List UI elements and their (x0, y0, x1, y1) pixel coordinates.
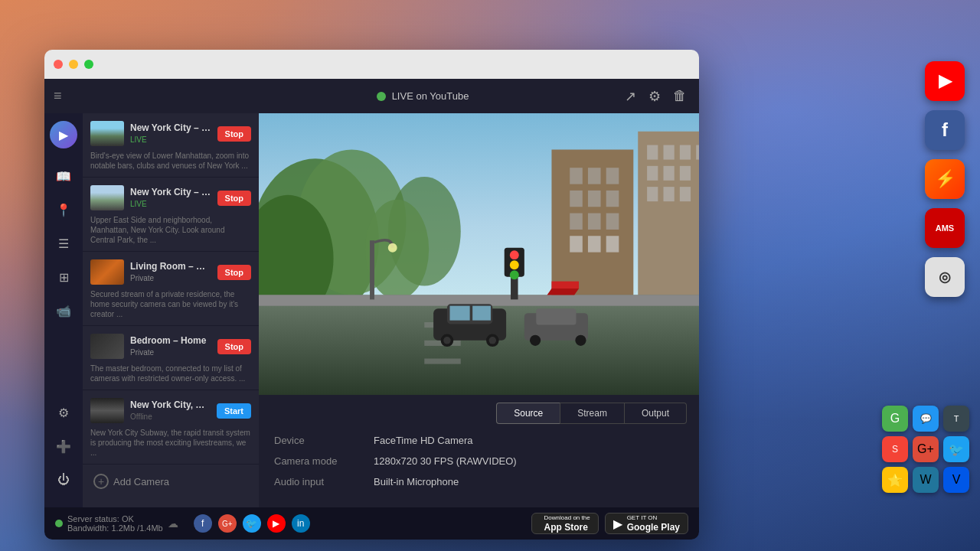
sidebar-item-video[interactable]: 📹 (50, 297, 77, 324)
svg-rect-16 (570, 236, 583, 252)
settings-icon[interactable]: ⚙ (648, 88, 661, 105)
camera-stop-btn-1[interactable]: Stop (217, 126, 251, 142)
mini-icon-6[interactable]: 🐦 (943, 436, 969, 462)
camera-thumb-1 (90, 121, 124, 146)
camera-thumb-5 (90, 398, 124, 423)
minimize-button[interactable] (69, 60, 78, 69)
toolbar-actions: ↗ ⚙ 🗑 (625, 88, 699, 105)
camera-item-nyc-birds-eye[interactable]: New York City – Birds Eye LIVE Stop Bird… (83, 113, 259, 178)
svg-point-50 (510, 260, 519, 269)
delete-icon[interactable]: 🗑 (673, 88, 687, 104)
camera-info-4: Bedroom – Home Private (130, 335, 211, 358)
source-tabs-row: Source Stream Output (259, 395, 699, 424)
location-icon: 📍 (56, 203, 71, 217)
camera-start-btn-5[interactable]: Start (217, 403, 251, 419)
mini-icon-3[interactable]: T (943, 406, 969, 432)
svg-point-46 (575, 335, 586, 346)
apple-app-store-badge[interactable]: Download on the App Store (531, 513, 599, 534)
camera-item-bedroom[interactable]: Bedroom – Home Private Stop The master b… (83, 326, 259, 390)
video-icon: 📹 (56, 304, 71, 318)
svg-rect-22 (680, 145, 691, 160)
svg-rect-8 (588, 168, 601, 184)
grid-icon: ⊞ (59, 270, 69, 285)
svg-rect-24 (647, 166, 658, 181)
server-status: Server status: OK Bandwidth: 1.2Mb /1.4M… (55, 514, 163, 533)
camera-item-subway[interactable]: New York City, Subway Offline Start New … (83, 390, 259, 465)
device-info-panel: Device FaceTime HD Camera Camera mode 12… (259, 424, 699, 507)
svg-rect-23 (696, 145, 699, 160)
sidebar-item-book[interactable]: 📖 (50, 162, 77, 190)
mini-icon-7[interactable]: ⭐ (882, 467, 908, 493)
camera-stop-btn-2[interactable]: Stop (217, 191, 251, 206)
sidebar-navigation: ▶ 📖 📍 ☰ ⊞ 📹 ⚙ (44, 113, 83, 507)
maximize-button[interactable] (84, 60, 93, 69)
footer-gplus-icon[interactable]: G+ (218, 514, 237, 533)
footer-linkedin-icon[interactable]: in (292, 514, 310, 533)
add-camera-label: Add Camera (113, 476, 169, 487)
footer-twitter-icon[interactable]: 🐦 (243, 514, 261, 533)
camera-item-living-room[interactable]: Living Room – Home Private Stop Secured … (83, 252, 259, 326)
mini-icon-1[interactable]: G (882, 406, 908, 432)
tab-output[interactable]: Output (625, 403, 687, 424)
facebook-desktop-icon[interactable]: f (925, 110, 965, 150)
svg-rect-20 (647, 145, 658, 160)
camera-item-nyc-ues[interactable]: New York City – UES LIVE Stop Upper East… (83, 178, 259, 252)
sidebar-item-settings[interactable]: ⚙ (50, 399, 77, 426)
camera-name-1: New York City – Birds Eye (130, 122, 211, 133)
footer-facebook-icon[interactable]: f (194, 514, 212, 533)
footer-social-icons: f G+ 🐦 ▶ in (194, 514, 310, 533)
svg-rect-26 (680, 166, 691, 181)
ams-desktop-icon[interactable]: AMS (925, 208, 965, 248)
top-navigation-bar: ≡ LIVE on YouTube ↗ ⚙ 🗑 (44, 79, 699, 113)
sniper-icon: ◎ (939, 269, 951, 285)
svg-rect-25 (663, 166, 674, 181)
svg-rect-15 (606, 214, 619, 230)
book-icon: 📖 (56, 169, 71, 184)
live-status-section: LIVE on YouTube (220, 90, 625, 102)
camera-desc-4: The master bedroom, connected to my list… (90, 364, 251, 383)
close-button[interactable] (54, 60, 63, 69)
audio-input-value: Built-in Microphone (374, 476, 459, 487)
camera-name-5: New York City, Subway (130, 399, 211, 410)
svg-rect-34 (424, 359, 460, 364)
server-status-text: Server status: OK Bandwidth: 1.2Mb /1.4M… (67, 514, 163, 533)
mini-icon-8[interactable]: W (913, 467, 939, 493)
mini-icon-2[interactable]: 💬 (913, 406, 939, 432)
add-camera-button[interactable]: + Add Camera (83, 465, 259, 498)
device-value: FaceTime HD Camera (374, 435, 473, 446)
mini-icon-5[interactable]: G+ (913, 436, 939, 462)
tab-source[interactable]: Source (496, 403, 560, 424)
sidebar-logo[interactable]: ▶ (50, 121, 77, 148)
svg-rect-10 (570, 191, 583, 207)
svg-rect-12 (606, 191, 619, 207)
svg-rect-9 (606, 168, 619, 184)
tab-stream[interactable]: Stream (560, 403, 625, 424)
camera-thumb-4 (90, 334, 124, 359)
google-play-badge[interactable]: ▶ GET IT ON Google Play (605, 513, 688, 534)
add-icon: ➕ (56, 439, 71, 454)
sidebar-item-add[interactable]: ➕ (50, 432, 77, 460)
sidebar-item-list[interactable]: ☰ (50, 230, 77, 257)
sidebar-item-power[interactable]: ⏻ (50, 466, 77, 494)
youtube-desktop-icon[interactable]: ▶ (925, 61, 965, 101)
hamburger-menu-icon[interactable]: ≡ (54, 88, 62, 104)
svg-rect-11 (588, 191, 601, 207)
app-store-label: Download on the App Store (544, 514, 590, 533)
svg-rect-27 (647, 187, 658, 201)
footer-youtube-icon[interactable]: ▶ (267, 514, 286, 533)
facebook-icon: f (942, 119, 948, 141)
mini-icon-4[interactable]: S (882, 436, 908, 462)
thunder-desktop-icon[interactable]: ⚡ (925, 159, 965, 199)
camera-info-3: Living Room – Home Private (130, 261, 211, 284)
sidebar-item-grid[interactable]: ⊞ (50, 263, 77, 291)
camera-stop-btn-3[interactable]: Stop (217, 265, 251, 280)
google-play-label: GET IT ON Google Play (627, 514, 680, 533)
share-icon[interactable]: ↗ (625, 88, 636, 105)
sidebar-item-location[interactable]: 📍 (50, 196, 77, 223)
sniper-desktop-icon[interactable]: ◎ (925, 257, 965, 297)
camera-stop-btn-4[interactable]: Stop (217, 339, 251, 354)
desktop-icons-cluster: G 💬 T S G+ 🐦 ⭐ W V (882, 406, 969, 493)
mini-icon-9[interactable]: V (943, 467, 969, 493)
camera-desc-1: Bird's-eye view of Lower Manhattan, zoom… (90, 151, 251, 171)
bottom-controls-area: Source Stream Output Device FaceTime HD … (259, 395, 699, 507)
